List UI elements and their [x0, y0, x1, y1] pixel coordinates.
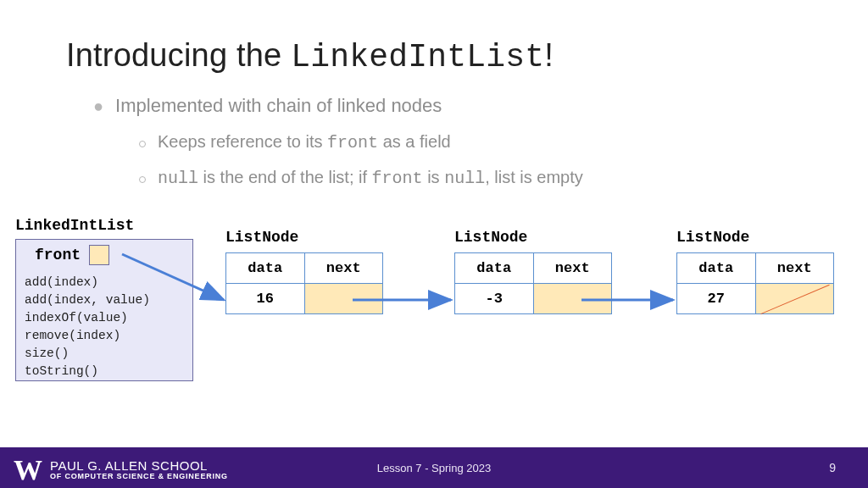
method: size() [25, 345, 184, 363]
header-data: data [455, 253, 534, 284]
node-label: ListNode [454, 229, 612, 246]
title-code: LinkedIntList [291, 39, 544, 75]
slide-footer: W PAUL G. ALLEN SCHOOL OF COMPUTER SCIEN… [0, 447, 868, 488]
list-node-2: ListNode datanext -3 [454, 229, 612, 314]
bullet-list: ● Implemented with chain of linked nodes… [93, 95, 583, 203]
list-node-1: ListNode datanext 16 [225, 229, 383, 314]
school-line2: OF COMPUTER SCIENCE & ENGINEERING [50, 473, 228, 480]
footer-center: Lesson 7 - Spring 2023 [0, 462, 868, 474]
method: indexOf(value) [25, 309, 184, 327]
bullet-1-text: Implemented with chain of linked nodes [115, 95, 442, 117]
bullet-1: ● Implemented with chain of linked nodes [93, 95, 583, 117]
method: add(index) [25, 274, 184, 291]
bullet-dot-icon: ● [93, 97, 103, 114]
node-next-cell [755, 284, 834, 314]
bullet-ring-icon [139, 141, 146, 147]
header-next: next [304, 253, 383, 284]
list-node-3: ListNode datanext 27 [676, 229, 834, 314]
null-slash-icon [756, 284, 834, 313]
sub-bullet-1-text: Keeps reference to its front as a field [158, 132, 451, 152]
slide-title: Introducing the LinkedIntList! [66, 37, 554, 75]
node-value: 16 [226, 284, 305, 314]
method: add(index, value) [25, 291, 184, 309]
node-label: ListNode [676, 229, 834, 246]
front-label: front [35, 247, 81, 263]
header-data: data [677, 253, 756, 284]
sub-bullet-1: Keeps reference to its front as a field [139, 132, 583, 152]
title-prefix: Introducing the [66, 37, 291, 73]
header-next: next [533, 253, 612, 284]
method-list: add(index) add(index, value) indexOf(val… [25, 274, 184, 380]
header-data: data [226, 253, 305, 284]
method: toString() [25, 363, 184, 380]
sub-bullet-2-text: null is the end of the list; if front is… [158, 168, 583, 188]
slide: Introducing the LinkedIntList! ● Impleme… [0, 0, 868, 488]
sub-bullet-2: null is the end of the list; if front is… [139, 168, 583, 188]
bullet-ring-icon [139, 176, 146, 183]
node-value: 27 [677, 284, 756, 314]
front-pointer-cell [89, 245, 109, 265]
node-next-cell [533, 284, 612, 314]
linkedintlist-box: front add(index) add(index, value) index… [15, 239, 193, 381]
diagram: LinkedIntList front add(index) add(index… [14, 217, 854, 412]
method: remove(index) [25, 327, 184, 345]
node-table: datanext 16 [225, 252, 383, 314]
node-next-cell [304, 284, 383, 314]
title-suffix: ! [544, 37, 554, 73]
node-value: -3 [455, 284, 534, 314]
class-label: LinkedIntList [15, 217, 134, 234]
node-table: datanext -3 [454, 252, 612, 314]
node-label: ListNode [225, 229, 383, 246]
header-next: next [755, 253, 834, 284]
node-table: datanext 27 [676, 252, 834, 314]
front-field: front [35, 245, 184, 265]
page-number: 9 [829, 461, 836, 474]
